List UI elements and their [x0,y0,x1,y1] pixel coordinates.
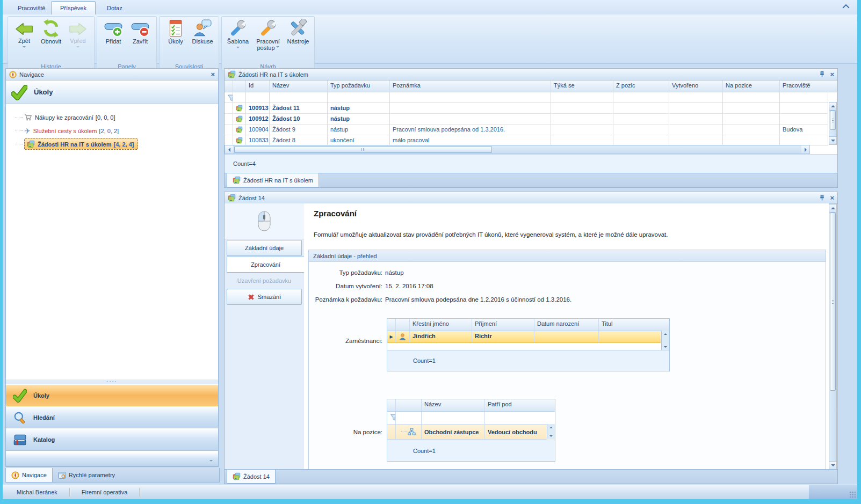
tree-item-zadosti-hr[interactable]: Žádosti HR na IT s úkolem [4, 2, 4] [6,137,218,151]
column-header-titul[interactable]: Titul [599,319,669,331]
table-row[interactable]: ▶ Jindřich Richtr [387,331,661,343]
pin-icon[interactable] [819,71,826,78]
detail-vertical-scrollbar[interactable] [829,204,837,470]
request-cards-icon [236,104,243,112]
refresh-label: Obnovit [41,38,61,45]
ribbon-tab-dotaz[interactable]: Dotaz [98,2,131,14]
scroll-up-arrow[interactable] [547,424,555,431]
doc-tab-zadost-14[interactable]: Žádost 14 [227,470,276,484]
cell-typ: ukončení [328,135,390,145]
back-dropdown-arrow[interactable] [23,46,26,49]
scrollbar-thumb[interactable] [830,111,836,130]
sidebar-overflow-bar[interactable] [6,452,218,466]
cell-nazev: Žádost 11 [270,103,328,113]
discussion-button[interactable]: Diskuse [189,18,216,46]
tasks-section-header: Úkoly [6,81,218,104]
step-tab-uzavreni: Uzavření požadavku [227,273,302,288]
doc-tab-zadosti[interactable]: Žádosti HR na IT s úkolem [227,173,319,187]
column-header-patri-pod[interactable]: Patří pod [485,399,555,411]
template-button[interactable]: Šablona [225,18,251,51]
column-header-krestni[interactable]: Křestní jméno [410,319,472,331]
navigation-bottom-stack: ···· Úkoly Hledání Katalog [6,379,218,466]
delete-x-icon [248,294,255,301]
sidebar-item-ukoly[interactable]: Úkoly [6,384,218,406]
close-icon[interactable]: × [830,71,834,78]
field-value: 15. 2. 2016 17:08 [385,283,433,289]
splitter-handle[interactable]: ···· [6,379,218,384]
scroll-left-arrow[interactable] [225,145,233,154]
tree-item-nakupy[interactable]: Nákupy ke zpracování [0, 0, 0] [6,111,218,124]
scrollbar-thumb[interactable] [830,213,836,391]
tree-item-selected: Žádosti HR na IT s úkolem [4, 2, 4] [24,138,138,150]
requests-horizontal-scrollbar[interactable] [225,145,810,154]
scroll-down-arrow[interactable] [662,343,669,350]
table-row[interactable]: Obchodní zástupce Vedoucí obchodu [387,425,547,440]
workflow-dropdown-arrow[interactable] [276,46,279,49]
scroll-right-arrow[interactable] [801,145,809,154]
navigation-tree: Nákupy ke zpracování [0, 0, 0] ✈ Služebn… [6,104,218,151]
pin-icon[interactable] [819,194,826,201]
column-header-vytvoreno[interactable]: Vytvořeno [669,81,723,92]
template-dropdown-arrow[interactable] [236,47,240,50]
requests-vertical-scrollbar[interactable] [829,102,837,145]
resize-grip[interactable] [849,491,856,498]
field-label: Poznámka k požadavku: [311,296,382,303]
column-header-nazev[interactable]: Název [270,81,328,92]
ribbon-tab-prispevek[interactable]: Příspěvek [51,1,96,15]
tab-rychle-parametry[interactable]: Rychlé parametry [53,468,120,482]
step-tab-zakladni-udaje[interactable]: Základní údaje [227,240,302,256]
scroll-down-arrow[interactable] [547,432,555,439]
column-header-pracoviste[interactable]: Pracoviště [780,81,837,92]
column-header-prijmeni[interactable]: Příjmení [472,319,534,331]
tab-navigace[interactable]: Navigace [6,468,53,482]
scroll-up-arrow[interactable] [829,204,836,213]
table-row[interactable]: 100833 Žádost 8 ukončení málo pracoval [225,135,828,146]
cell-patri-pod: Vedoucí obchodu [485,425,547,439]
status-bar: Michal Beránek Firemní operativa [3,485,857,499]
close-icon[interactable]: × [830,194,834,201]
scroll-down-arrow[interactable] [829,461,836,469]
cell-pracoviste: Budova [780,125,828,135]
workflow-button[interactable]: Pracovní postup [251,18,285,52]
column-header-id[interactable]: Id [246,81,270,92]
table-row[interactable]: 100912 Žádost 10 nástup [225,114,828,125]
scroll-up-arrow[interactable] [662,331,669,338]
tasks-button[interactable]: Úkoly [162,18,189,46]
column-header-nazev[interactable]: Název [422,399,485,411]
tab-label: Navigace [22,472,47,478]
column-header-poznamka[interactable]: Poznámka [390,81,551,92]
cell-narozeni [534,331,599,342]
close-panel-button[interactable]: Zavřít [127,18,154,46]
scroll-down-arrow[interactable] [829,136,836,144]
table-row[interactable]: 100913 Žádost 11 nástup [225,103,828,114]
ribbon-collapse-icon[interactable] [842,4,850,9]
column-header-narozeni[interactable]: Datum narození [534,319,599,331]
back-button[interactable]: Zpět [11,18,38,50]
table-row[interactable]: 100904 Žádost 9 nástup Pracovní smlouva … [225,125,828,135]
add-panel-button[interactable]: Přidat [100,18,127,46]
column-header-z-pozic[interactable]: Z pozic [613,81,669,92]
column-header-na-pozice[interactable]: Na pozice [723,81,780,92]
positions-filter-row[interactable] [387,412,547,425]
positions-label: Na pozice: [311,429,382,435]
tools-button[interactable]: Nástroje [285,18,312,46]
requests-filter-row[interactable] [225,92,828,103]
ribbon-tab-pracoviste[interactable]: Pracoviště [9,2,54,14]
request-cards-icon [236,115,243,123]
step-tab-smazani[interactable]: Smazání [227,289,302,305]
sidebar-item-hledani[interactable]: Hledání [6,406,218,428]
column-header-typ[interactable]: Typ požadavku [328,81,390,92]
tree-item-sluzebni-cesty[interactable]: ✈ Služební cesty s úkolem [2, 0, 2] [6,124,218,137]
scroll-up-arrow[interactable] [829,103,836,111]
close-icon[interactable]: × [211,71,215,78]
positions-scrollbar[interactable] [547,424,555,439]
request-cards-icon [233,472,241,480]
column-header-tyka-se[interactable]: Týká se [551,81,613,92]
employees-scrollbar[interactable] [661,331,669,350]
ribbon-group-souvislosti: Úkoly Diskuse Souvislosti [159,16,219,71]
refresh-button[interactable]: Obnovit [38,18,64,46]
step-tab-zpracovani[interactable]: Zpracování [227,257,304,273]
ribbon: Zpět Obnovit Vpřed Historie Přidat [3,14,857,64]
scrollbar-thumb[interactable] [234,146,492,153]
sidebar-item-katalog[interactable]: Katalog [6,428,218,451]
